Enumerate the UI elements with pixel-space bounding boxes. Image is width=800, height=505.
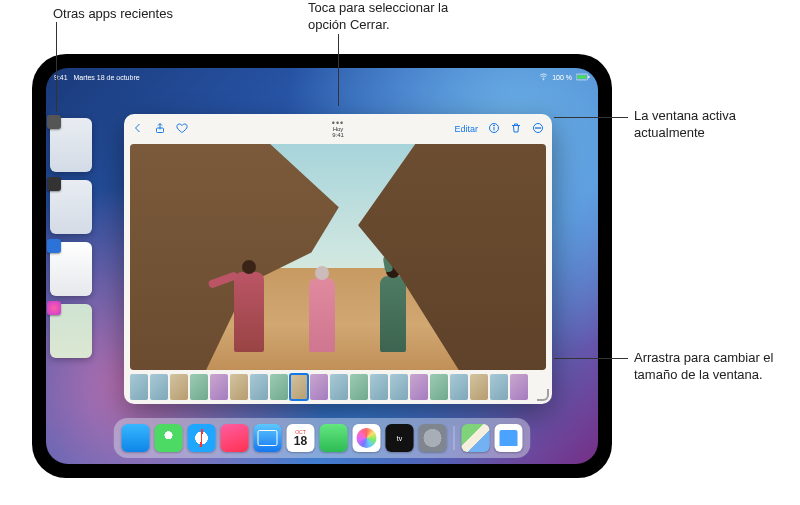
- edit-button[interactable]: Editar: [454, 124, 478, 134]
- photo-thumb[interactable]: [310, 374, 328, 400]
- svg-rect-3: [588, 75, 589, 77]
- app-icon: [47, 239, 61, 253]
- recent-app-thumbnail[interactable]: [50, 118, 92, 172]
- photo-subject: [380, 276, 406, 352]
- dock-app-photos[interactable]: [353, 424, 381, 452]
- callout-active-window: La ventana activa actualmente: [634, 108, 784, 142]
- wifi-icon: [539, 72, 548, 82]
- dock-app-settings[interactable]: [419, 424, 447, 452]
- photo-thumb[interactable]: [250, 374, 268, 400]
- recent-apps-strip: [50, 118, 92, 358]
- svg-point-7: [494, 125, 495, 126]
- app-icon: [47, 301, 61, 315]
- photo-content[interactable]: [130, 144, 546, 370]
- window-title: Hoy: [333, 126, 344, 132]
- photo-thumb[interactable]: [490, 374, 508, 400]
- photo-thumb[interactable]: [190, 374, 208, 400]
- svg-point-10: [538, 128, 539, 129]
- ipad-device-frame: 9:41 Martes 18 de octubre 100 %: [32, 54, 612, 478]
- photo-thumb[interactable]: [230, 374, 248, 400]
- dock-app-music[interactable]: [221, 424, 249, 452]
- status-date: Martes 18 de octubre: [73, 74, 139, 81]
- photo-thumb[interactable]: [510, 374, 528, 400]
- status-bar: 9:41 Martes 18 de octubre 100 %: [54, 70, 590, 84]
- more-icon[interactable]: [532, 120, 544, 138]
- info-icon[interactable]: [488, 120, 500, 138]
- callout-resize: Arrastra para cambiar el tamaño de la ve…: [634, 350, 784, 384]
- window-resize-handle[interactable]: [536, 388, 550, 402]
- photo-thumb[interactable]: [350, 374, 368, 400]
- dock-app-mail[interactable]: [254, 424, 282, 452]
- photo-thumb[interactable]: [370, 374, 388, 400]
- calendar-day: 18: [294, 435, 307, 447]
- recent-app-thumbnail[interactable]: [50, 180, 92, 234]
- leader-line: [338, 34, 339, 106]
- dock-separator: [454, 426, 455, 450]
- photo-thumb-selected[interactable]: [290, 374, 308, 400]
- battery-icon: [576, 73, 590, 82]
- window-menu-dots-icon[interactable]: •••: [332, 120, 344, 126]
- dock-recent-maps[interactable]: [462, 424, 490, 452]
- svg-point-9: [536, 128, 537, 129]
- window-subtitle: 9:41: [332, 132, 344, 138]
- leader-line: [554, 117, 628, 118]
- dock-app-messages[interactable]: [155, 424, 183, 452]
- back-icon[interactable]: [132, 120, 144, 138]
- svg-point-0: [543, 79, 544, 80]
- dock-app-files[interactable]: [122, 424, 150, 452]
- heart-icon[interactable]: [176, 120, 188, 138]
- app-icon: [47, 115, 61, 129]
- photo-thumb[interactable]: [150, 374, 168, 400]
- dock: OCT 18 tv: [114, 418, 531, 458]
- photo-thumbnail-strip[interactable]: [124, 370, 552, 404]
- photo-thumb[interactable]: [430, 374, 448, 400]
- leader-line: [554, 358, 628, 359]
- photo-thumb[interactable]: [470, 374, 488, 400]
- photo-thumb[interactable]: [330, 374, 348, 400]
- photo-thumb[interactable]: [210, 374, 228, 400]
- callout-recent-apps: Otras apps recientes: [53, 6, 173, 23]
- callout-close-option: Toca para seleccionar la opción Cerrar.: [308, 0, 478, 34]
- dock-app-safari[interactable]: [188, 424, 216, 452]
- svg-point-11: [540, 128, 541, 129]
- dock-app-calendar[interactable]: OCT 18: [287, 424, 315, 452]
- photo-thumb[interactable]: [170, 374, 188, 400]
- photo-thumb[interactable]: [450, 374, 468, 400]
- photo-thumb[interactable]: [390, 374, 408, 400]
- window-toolbar: ••• Hoy 9:41 Editar: [124, 114, 552, 144]
- dock-app-facetime[interactable]: [320, 424, 348, 452]
- photo-thumb[interactable]: [270, 374, 288, 400]
- ipad-screen: 9:41 Martes 18 de octubre 100 %: [46, 68, 598, 464]
- recent-app-thumbnail[interactable]: [50, 242, 92, 296]
- share-icon[interactable]: [154, 120, 166, 138]
- trash-icon[interactable]: [510, 120, 522, 138]
- battery-percent: 100 %: [552, 74, 572, 81]
- photo-subject: [309, 278, 335, 352]
- active-app-window[interactable]: ••• Hoy 9:41 Editar: [124, 114, 552, 404]
- leader-line: [56, 22, 57, 112]
- photo-thumb[interactable]: [130, 374, 148, 400]
- dock-app-tv[interactable]: tv: [386, 424, 414, 452]
- svg-rect-2: [577, 75, 586, 79]
- photo-subject: [234, 272, 264, 352]
- recent-app-thumbnail[interactable]: [50, 304, 92, 358]
- dock-recent-files[interactable]: [495, 424, 523, 452]
- photo-thumb[interactable]: [410, 374, 428, 400]
- app-icon: [47, 177, 61, 191]
